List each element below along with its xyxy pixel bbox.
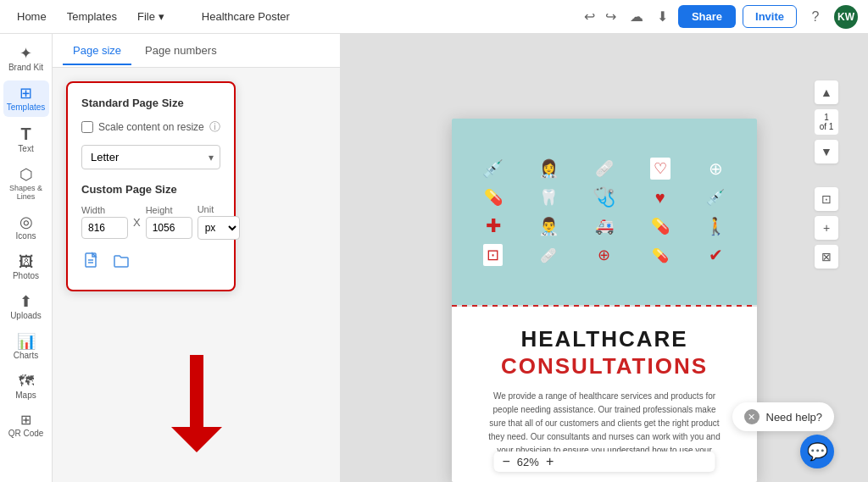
uploads-icon: ⬆ (19, 294, 32, 309)
chat-bubble-button[interactable]: 💬 (800, 435, 834, 468)
sidebar-item-charts[interactable]: 📊 Charts (3, 329, 49, 365)
sidebar-label-templates: Templates (7, 102, 46, 112)
canvas-area[interactable]: 💉 👩‍⚕️ 🩹 ♡ ⊕ 💊 🦷 🩺 ♥ 💉 (341, 34, 868, 482)
sidebar-item-photos[interactable]: 🖼 Photos (3, 249, 49, 285)
zoom-bar: − 62% + (494, 452, 715, 472)
zoom-in-right-button[interactable]: + (815, 216, 838, 240)
page-indicator: 1 of 1 (815, 109, 838, 135)
sidebar-item-maps[interactable]: 🗺 Maps (3, 368, 49, 405)
zoom-level: 62% (517, 456, 539, 468)
xray-icon: ⊡ (483, 244, 503, 266)
unit-label: Unit (198, 204, 240, 214)
shapes-icon: ⬡ (19, 167, 33, 182)
height-input[interactable] (146, 217, 192, 239)
stethoscope-icon: 🩺 (593, 186, 615, 208)
need-help-bubble: ✕ Need help? (732, 402, 835, 431)
chevron-down-icon: ▾ (159, 10, 164, 23)
panel-body: Standard Page Size Scale content on resi… (53, 68, 340, 482)
sidebar-item-templates[interactable]: ⊞ Templates (3, 80, 49, 117)
cloud-save-icon[interactable]: ☁ (626, 5, 647, 28)
download-button[interactable]: ⬇ (654, 5, 671, 28)
poster-top-section: 💉 👩‍⚕️ 🩹 ♡ ⊕ 💊 🦷 🩺 ♥ 💉 (452, 119, 757, 305)
sidebar-label-charts: Charts (14, 351, 38, 360)
icons-icon: ◎ (19, 214, 33, 230)
sidebar-label-text: Text (18, 144, 33, 153)
new-document-icon (83, 252, 102, 270)
width-input[interactable] (81, 217, 128, 239)
invite-button[interactable]: Invite (743, 5, 797, 28)
sidebar-label-icons: Icons (16, 231, 36, 241)
medical-bag-icon: ⊕ (709, 158, 723, 179)
open-document-button[interactable] (110, 250, 132, 276)
dimensions-row: Width X Height Unit px in (81, 204, 220, 240)
right-icon-bar: ▲ 1 of 1 ▼ ⊡ + ⊠ (815, 80, 838, 269)
unit-select[interactable]: px in cm mm (198, 216, 240, 240)
sidebar-item-brand-kit[interactable]: ✦ Brand Kit (3, 41, 49, 77)
canvas-container: ⊕ Layers ≡ Align ⊡ 🔒 ⧉ 🗑 (341, 34, 868, 482)
charts-icon: 📊 (17, 334, 36, 349)
redo-button[interactable]: ↪ (602, 5, 620, 28)
need-help-close-button[interactable]: ✕ (744, 409, 760, 424)
nav-home[interactable]: Home (10, 7, 53, 26)
scale-content-checkbox[interactable] (81, 121, 93, 133)
main-layout: ✦ Brand Kit ⊞ Templates T Text ⬡ Shapes … (0, 34, 868, 482)
nurse-icon: 👩‍⚕️ (538, 158, 559, 179)
nav-file[interactable]: File ▾ (131, 7, 171, 26)
scale-content-label: Scale content on resize (98, 121, 204, 133)
avatar: KW (834, 5, 858, 29)
zoom-in-button[interactable]: + (546, 455, 554, 468)
help-button[interactable]: ? (804, 5, 827, 29)
width-label: Width (81, 205, 128, 215)
bandage2-icon: 🩹 (540, 247, 557, 263)
tab-page-numbers[interactable]: Page numbers (135, 37, 227, 65)
bandage-icon: 🩹 (595, 159, 614, 178)
info-icon[interactable]: ⓘ (209, 119, 220, 135)
standard-page-size-title: Standard Page Size (81, 97, 220, 109)
reset-button[interactable]: ⊠ (815, 245, 838, 269)
sidebar-item-qr-code[interactable]: ⊞ QR Code (3, 408, 49, 443)
left-sidebar: ✦ Brand Kit ⊞ Templates T Text ⬡ Shapes … (0, 34, 53, 482)
page-size-panel: Page size Page numbers Standard Page Siz… (53, 34, 341, 482)
width-field-group: Width (81, 205, 128, 239)
height-label: Height (146, 205, 192, 215)
zoom-out-button[interactable]: − (503, 455, 510, 468)
medical-cross-icon: ✚ (486, 215, 501, 237)
undo-button[interactable]: ↩ (581, 5, 598, 28)
need-help-text: Need help? (766, 411, 823, 424)
sidebar-label-shapes: Shapes & Lines (7, 184, 46, 201)
share-button[interactable]: Share (678, 5, 736, 28)
poster-main-title: HEALTHCARE (469, 327, 740, 352)
text-icon: T (20, 125, 31, 142)
content-area: Page size Page numbers Standard Page Siz… (53, 34, 868, 482)
maps-icon: 🗺 (19, 374, 34, 389)
nav-templates[interactable]: Templates (60, 7, 124, 26)
scroll-up-button[interactable]: ▲ (815, 80, 838, 104)
sidebar-label-photos: Photos (13, 271, 39, 280)
sidebar-item-icons[interactable]: ◎ Icons (3, 209, 49, 246)
scroll-down-button[interactable]: ▼ (815, 140, 838, 163)
capsule2-icon: 💊 (652, 247, 669, 263)
new-document-button[interactable] (81, 250, 103, 276)
poster-document: 💉 👩‍⚕️ 🩹 ♡ ⊕ 💊 🦷 🩺 ♥ 💉 (452, 119, 757, 482)
tooth-icon: 🦷 (539, 188, 558, 207)
sidebar-item-shapes[interactable]: ⬡ Shapes & Lines (3, 162, 49, 206)
sidebar-item-text[interactable]: T Text (3, 120, 49, 158)
expand-button[interactable]: ⊡ (815, 187, 838, 211)
photos-icon: 🖼 (19, 254, 34, 269)
unit-field-group: Unit px in cm mm (198, 204, 240, 240)
check-icon: ✔ (709, 245, 723, 265)
pill-icon: 💊 (651, 217, 670, 235)
poster-subtitle: CONSULTATIONS (469, 353, 740, 380)
tab-page-size[interactable]: Page size (63, 37, 131, 65)
needle-icon: 💉 (706, 188, 725, 207)
right-bar-spacer (815, 169, 838, 182)
sidebar-label-uploads: Uploads (10, 311, 42, 320)
svg-rect-3 (190, 355, 203, 427)
templates-icon: ⊞ (19, 86, 32, 101)
page-size-popup: Standard Page Size Scale content on resi… (66, 81, 236, 291)
page-size-select[interactable]: Letter A4 A3 Legal Tabloid (81, 145, 220, 169)
document-title-input[interactable] (178, 7, 314, 26)
heart-icon: ♥ (655, 188, 665, 208)
sidebar-item-uploads[interactable]: ⬆ Uploads (3, 289, 49, 325)
page-size-select-wrapper: Letter A4 A3 Legal Tabloid ▾ (81, 145, 220, 169)
